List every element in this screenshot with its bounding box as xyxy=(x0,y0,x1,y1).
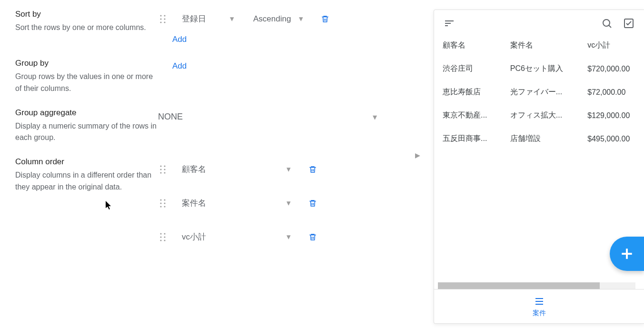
section-label: Column order Display columns in a differ… xyxy=(15,157,158,263)
svg-point-19 xyxy=(164,233,165,234)
svg-point-22 xyxy=(160,239,161,241)
section-sort-by: Sort by Sort the rows by one or more col… xyxy=(15,10,410,44)
table-row[interactable]: 五反田商事... 店舗増設 $495,000.00 xyxy=(434,127,644,150)
horizontal-scrollbar[interactable] xyxy=(438,282,635,289)
sort-field-dropdown[interactable]: 登録日 ▾ xyxy=(182,11,234,26)
chevron-down-icon: ▾ xyxy=(373,112,377,122)
svg-point-15 xyxy=(164,202,165,204)
cell: 恵比寿飯店 xyxy=(434,80,502,104)
drag-handle-icon[interactable] xyxy=(158,232,168,242)
expand-preview-icon[interactable]: ▶ xyxy=(415,151,420,159)
column-dropdown[interactable]: 案件名 ▾ xyxy=(182,196,291,210)
cell: $720,000.00 xyxy=(579,57,644,80)
svg-point-12 xyxy=(160,199,161,200)
add-group-button[interactable]: Add xyxy=(158,61,410,71)
svg-point-8 xyxy=(160,169,161,170)
svg-point-13 xyxy=(164,199,165,200)
preview-panel: 顧客名 案件名 vc小計 渋谷庄司 PC6セット購入 $720,000.00 恵… xyxy=(434,10,644,324)
svg-point-14 xyxy=(160,202,161,204)
cell: PC6セット購入 xyxy=(502,57,579,80)
svg-point-0 xyxy=(160,15,161,16)
select-all-icon[interactable] xyxy=(622,17,635,30)
aggregate-dropdown[interactable]: NONE ▾ xyxy=(158,110,377,124)
svg-point-23 xyxy=(164,239,165,241)
sort-by-desc: Sort the rows by one or more columns. xyxy=(15,22,158,34)
section-label: Group aggregate Display a numeric summar… xyxy=(15,108,158,144)
table-row[interactable]: 渋谷庄司 PC6セット購入 $720,000.00 xyxy=(434,57,644,80)
sort-direction-dropdown[interactable]: Ascending ▾ xyxy=(253,12,303,26)
cell: 店舗増設 xyxy=(502,127,579,150)
chevron-down-icon: ▾ xyxy=(299,14,303,24)
column-value: 案件名 xyxy=(182,198,287,209)
delete-column-button[interactable] xyxy=(307,198,318,209)
chevron-down-icon: ▾ xyxy=(230,14,234,24)
section-column-order: Column order Display columns in a differ… xyxy=(15,157,410,263)
chevron-down-icon: ▾ xyxy=(287,164,291,174)
aggregate-value: NONE xyxy=(158,112,183,122)
cell: 渋谷庄司 xyxy=(434,57,502,80)
svg-point-24 xyxy=(603,20,610,26)
sort-icon[interactable] xyxy=(443,17,456,30)
table-header[interactable]: vc小計 xyxy=(579,37,644,57)
add-sort-button[interactable]: Add xyxy=(158,35,410,44)
svg-point-21 xyxy=(164,236,165,238)
delete-column-button[interactable] xyxy=(307,231,318,243)
svg-point-4 xyxy=(160,21,161,23)
svg-point-11 xyxy=(164,172,165,173)
delete-sort-button[interactable] xyxy=(319,13,331,25)
section-label: Group by Group rows by the values in one… xyxy=(15,59,158,95)
cell: $495,000.00 xyxy=(579,127,644,150)
cell: オフィス拡大... xyxy=(502,104,579,127)
svg-point-1 xyxy=(164,15,165,16)
svg-point-2 xyxy=(160,18,161,20)
chevron-down-icon: ▾ xyxy=(287,198,291,208)
column-order-row: 顧客名 ▾ xyxy=(158,162,410,177)
sort-by-title: Sort by xyxy=(15,10,158,19)
cell: 光ファイバー... xyxy=(502,80,579,104)
cell: $72,000.00 xyxy=(579,80,644,104)
svg-point-7 xyxy=(164,165,165,167)
group-by-title: Group by xyxy=(15,59,158,68)
cell: $129,000.00 xyxy=(579,104,644,127)
svg-point-16 xyxy=(160,206,161,207)
aggregate-title: Group aggregate xyxy=(15,108,158,118)
sort-direction-value: Ascending xyxy=(253,14,296,24)
search-icon[interactable] xyxy=(600,17,614,30)
section-group-aggregate: Group aggregate Display a numeric summar… xyxy=(15,108,410,144)
svg-point-9 xyxy=(164,169,165,170)
drag-handle-icon[interactable] xyxy=(158,14,168,24)
section-group-by: Group by Group rows by the values in one… xyxy=(15,59,410,95)
drag-handle-icon[interactable] xyxy=(158,199,168,208)
column-order-row: vc小計 ▾ xyxy=(158,229,410,244)
delete-column-button[interactable] xyxy=(307,164,318,175)
group-by-desc: Group rows by the values in one or more … xyxy=(15,71,158,95)
column-dropdown[interactable]: vc小計 ▾ xyxy=(182,229,291,244)
fab-add-button[interactable] xyxy=(610,237,644,271)
cell: 東京不動産... xyxy=(434,104,502,127)
svg-point-3 xyxy=(164,18,165,20)
chevron-down-icon: ▾ xyxy=(287,232,291,242)
table-row[interactable]: 東京不動産... オフィス拡大... $129,000.00 xyxy=(434,104,644,127)
svg-point-18 xyxy=(160,233,161,234)
drag-handle-icon[interactable] xyxy=(158,165,168,174)
column-dropdown[interactable]: 顧客名 ▾ xyxy=(182,162,291,177)
svg-point-6 xyxy=(160,165,161,167)
cell: 五反田商事... xyxy=(434,127,502,150)
nav-item-cases[interactable]: 案件 xyxy=(533,296,546,318)
svg-point-5 xyxy=(164,21,165,23)
column-order-desc: Display columns in a different order tha… xyxy=(15,169,158,193)
table-row[interactable]: 恵比寿飯店 光ファイバー... $72,000.00 xyxy=(434,80,644,104)
nav-item-label: 案件 xyxy=(533,309,546,318)
table-header[interactable]: 案件名 xyxy=(502,37,579,57)
table-header[interactable]: 顧客名 xyxy=(434,37,502,57)
sort-field-value: 登録日 xyxy=(182,13,227,24)
aggregate-desc: Display a numeric summary of the rows in… xyxy=(15,120,158,144)
bottom-nav: 案件 xyxy=(434,289,644,323)
preview-toolbar xyxy=(434,10,644,37)
column-value: 顧客名 xyxy=(182,164,287,175)
svg-point-10 xyxy=(160,172,161,173)
section-label: Sort by Sort the rows by one or more col… xyxy=(15,10,158,44)
svg-point-20 xyxy=(160,236,161,238)
column-order-title: Column order xyxy=(15,157,158,167)
column-order-row: 案件名 ▾ xyxy=(158,196,410,210)
